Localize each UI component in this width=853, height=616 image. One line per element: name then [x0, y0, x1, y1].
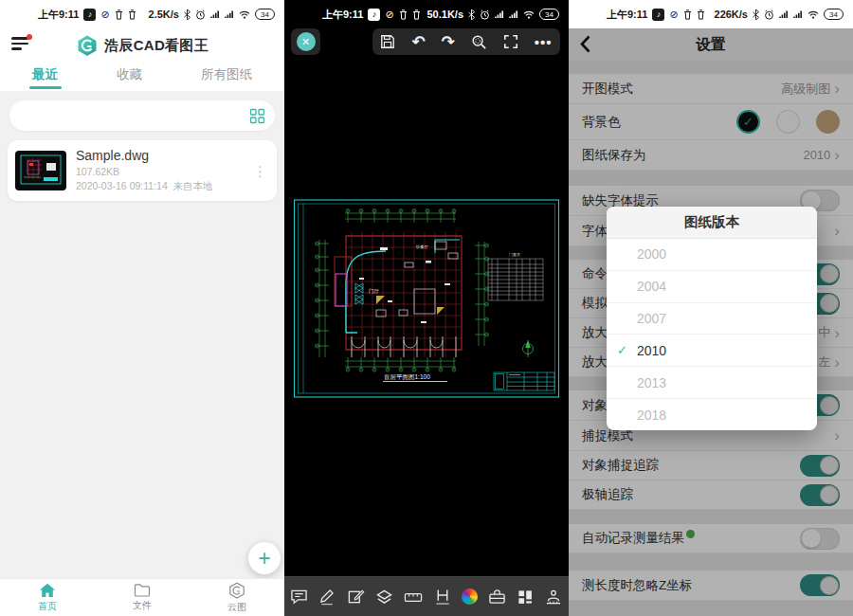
nav-cloud[interactable]: 云图 — [190, 579, 284, 616]
cad-drawing[interactable]: 门窗表 门厅 快餐厅 首层平面图1:100 — [293, 198, 561, 400]
status-bar: 上午9:11 ♪ ⊘ 2.5K/s 34 — [0, 0, 284, 28]
toolbox-icon[interactable] — [488, 589, 506, 606]
file-date: 2020-03-16 09:11:14 — [76, 180, 168, 191]
settings-panel: 上午9:11 ♪ ⊘ 226K/s 34 设置 开图模式 高级制图› 背景色 ✓ — [569, 0, 853, 616]
file-name: Sample.dwg — [76, 148, 244, 163]
comment-icon[interactable] — [290, 589, 308, 606]
nav-home-label: 首页 — [38, 600, 57, 613]
status-left-group: 上午9:11 ♪ ⊘ — [607, 8, 705, 22]
status-right-group: 50.1K/s 34 — [426, 9, 559, 20]
clock-text: 上午9:11 — [38, 8, 79, 22]
layout-icon[interactable] — [517, 589, 534, 606]
music-note-icon: ♪ — [83, 9, 96, 21]
close-icon: ✕ — [297, 32, 316, 51]
file-size: 107.62KB — [76, 166, 244, 177]
file-card[interactable]: Sample.dwg 107.62KB 2020-03-16 09:11:14 … — [8, 140, 277, 201]
trash-icon — [128, 9, 136, 20]
zoom-icon[interactable] — [471, 34, 487, 50]
undo-icon[interactable]: ↶ — [411, 34, 425, 50]
music-note-icon: ♪ — [368, 9, 380, 21]
drawing-title: 首层平面图1:100 — [384, 373, 430, 381]
menu-icon[interactable] — [11, 37, 30, 54]
trash-icon — [697, 9, 705, 20]
battery-icon: 34 — [824, 9, 844, 20]
battery-level: 34 — [829, 10, 838, 19]
do-not-disturb-icon: ⊘ — [385, 9, 393, 21]
room-label-restaurant: 快餐厅 — [415, 245, 428, 249]
bluetooth-icon — [184, 9, 191, 20]
trash-icon — [412, 9, 421, 20]
home-icon — [39, 583, 56, 598]
bottom-nav: 首页 文件 云图 — [0, 578, 284, 616]
viewer-panel: 上午9:11 ♪ ⊘ 50.1K/s 34 ✕ ↶ ↷ ••• — [284, 0, 569, 616]
search-bar[interactable] — [9, 100, 275, 131]
clock-text: 上午9:11 — [322, 8, 363, 22]
edit-note-icon[interactable] — [347, 588, 365, 606]
signal-icon — [509, 9, 518, 19]
nav-files[interactable]: 文件 — [95, 579, 190, 616]
bluetooth-icon — [468, 9, 475, 20]
wifi-icon — [808, 10, 819, 19]
layers-icon[interactable] — [375, 589, 393, 606]
file-thumbnail — [15, 151, 66, 190]
viewer-bottom-toolbar — [284, 576, 569, 616]
ruler-icon[interactable] — [404, 590, 423, 604]
home-tabs: 最近 收藏 所有图纸 — [0, 63, 284, 91]
status-right-group: 2.5K/s 34 — [149, 9, 275, 20]
close-viewer-button[interactable]: ✕ — [291, 28, 320, 55]
version-option-2010-selected[interactable]: 2010 — [607, 335, 817, 367]
present-icon[interactable] — [544, 589, 563, 606]
wifi-icon — [239, 10, 250, 19]
music-note-icon: ♪ — [652, 9, 664, 21]
do-not-disturb-icon: ⊘ — [100, 9, 109, 21]
table-title: 门窗表 — [509, 252, 520, 257]
battery-level: 34 — [545, 10, 554, 19]
file-date-source: 2020-03-16 09:11:14 来自本地 — [76, 180, 244, 193]
trash-icon — [115, 9, 123, 20]
status-bar: 上午9:11 ♪ ⊘ 226K/s 34 — [569, 0, 853, 28]
network-speed: 226K/s — [715, 9, 748, 20]
more-icon[interactable]: ••• — [535, 34, 553, 50]
version-option-2000[interactable]: 2000 — [607, 239, 817, 271]
status-left-group: 上午9:11 ♪ ⊘ — [38, 8, 136, 22]
draw-icon[interactable] — [318, 588, 336, 606]
save-icon[interactable] — [380, 34, 395, 49]
file-info: Sample.dwg 107.62KB 2020-03-16 09:11:14 … — [76, 148, 244, 193]
viewer-toolbar: ↶ ↷ ••• — [372, 28, 560, 55]
color-wheel-icon[interactable] — [462, 589, 478, 605]
tab-favorites[interactable]: 收藏 — [117, 66, 142, 87]
version-option-2013[interactable]: 2013 — [607, 367, 817, 399]
app-logo: 浩辰CAD看图王 — [76, 34, 209, 57]
kebab-menu-icon[interactable]: ⋮ — [253, 164, 267, 178]
signal-icon — [793, 9, 803, 19]
status-right-group: 226K/s 34 — [715, 9, 844, 20]
tab-recent[interactable]: 最近 — [32, 66, 58, 87]
notification-dot — [27, 34, 32, 40]
nav-home[interactable]: 首页 — [0, 579, 95, 616]
app-title: 浩辰CAD看图王 — [104, 37, 209, 55]
status-left-group: 上午9:11 ♪ ⊘ — [322, 8, 421, 22]
add-drawing-button[interactable]: + — [248, 542, 281, 574]
tab-all-drawings[interactable]: 所有图纸 — [201, 66, 252, 87]
clock-text: 上午9:11 — [607, 8, 647, 22]
version-option-2018[interactable]: 2018 — [607, 399, 817, 430]
battery-icon: 34 — [539, 9, 559, 20]
file-source: 来自本地 — [173, 180, 213, 191]
signal-icon — [210, 9, 220, 19]
room-label-lobby: 门厅 — [369, 288, 380, 294]
alarm-icon — [195, 9, 206, 20]
redo-icon[interactable]: ↷ — [442, 34, 455, 50]
folder-icon — [134, 583, 151, 597]
nav-files-label: 文件 — [133, 599, 152, 612]
signal-icon — [225, 9, 234, 19]
version-option-2007[interactable]: 2007 — [607, 303, 817, 335]
height-measure-icon[interactable] — [434, 588, 451, 606]
home-panel: 上午9:11 ♪ ⊘ 2.5K/s 34 浩辰CAD看图王 最近 — [0, 0, 284, 616]
do-not-disturb-icon: ⊘ — [669, 9, 678, 21]
fullscreen-icon[interactable] — [503, 34, 518, 49]
version-option-2004[interactable]: 2004 — [607, 271, 817, 303]
alarm-icon — [480, 9, 490, 20]
battery-level: 34 — [261, 10, 269, 19]
grid-view-icon[interactable] — [249, 108, 265, 124]
status-bar: 上午9:11 ♪ ⊘ 50.1K/s 34 — [284, 0, 569, 28]
